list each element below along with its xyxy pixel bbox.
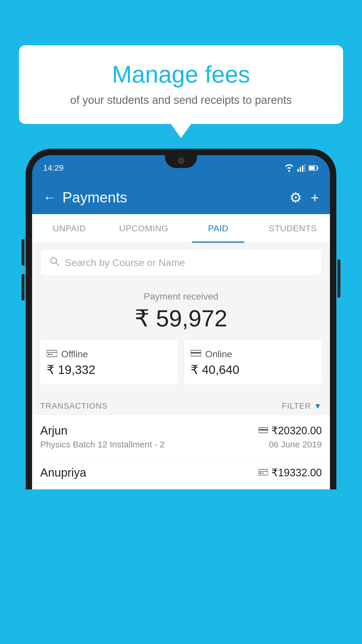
payment-summary: Payment received ₹ 59,972: [32, 282, 330, 395]
speech-bubble-subtitle: of your students and send receipts to pa…: [36, 94, 326, 106]
filter-button[interactable]: FILTER ▼: [282, 401, 322, 411]
transaction-amount: ₹20320.00: [271, 425, 322, 437]
add-icon[interactable]: +: [311, 190, 319, 206]
filter-icon: ▼: [314, 402, 322, 411]
svg-rect-2: [302, 165, 303, 172]
transaction-date: 06 June 2019: [269, 440, 322, 449]
speech-bubble-container: Manage fees of your students and send re…: [19, 45, 343, 124]
header-left: ← Payments: [43, 189, 127, 206]
online-amount: ₹ 40,640: [191, 363, 315, 377]
volume-up-button: [22, 239, 24, 265]
speech-bubble-title: Manage fees: [36, 61, 326, 88]
tab-upcoming[interactable]: UPCOMING: [107, 214, 181, 243]
search-bar[interactable]: Search by Course or Name: [40, 249, 322, 276]
transaction-amount-wrap: ₹19332.00: [259, 467, 322, 479]
status-time: 14:29: [43, 163, 64, 173]
transaction-amount-wrap: ₹20320.00: [259, 425, 322, 437]
transaction-row[interactable]: Anupriya ₹19332.00: [32, 457, 330, 489]
svg-rect-9: [47, 350, 57, 357]
svg-rect-11: [48, 354, 50, 355]
svg-rect-14: [191, 352, 201, 354]
signal-icon: [297, 164, 305, 172]
svg-line-8: [56, 262, 59, 266]
svg-rect-12: [51, 354, 52, 355]
transactions-header: TRANSACTIONS FILTER ▼: [32, 395, 330, 415]
payment-total-amount: ₹ 59,972: [40, 305, 322, 332]
offline-amount: ₹ 19,332: [47, 363, 171, 377]
online-card-header: Online: [191, 349, 315, 360]
search-icon: [49, 256, 60, 269]
transaction-amount: ₹19332.00: [271, 467, 322, 479]
tab-unpaid[interactable]: UNPAID: [32, 214, 107, 243]
transaction-top: Anupriya ₹19332.00: [40, 466, 322, 479]
phone-mockup: 14:29: [26, 149, 336, 644]
payment-received-label: Payment received: [40, 291, 322, 302]
transaction-bottom: Physics Batch 12 Installment - 2 06 June…: [40, 440, 322, 449]
speech-bubble: Manage fees of your students and send re…: [19, 45, 343, 124]
transaction-course: Physics Batch 12 Installment - 2: [40, 440, 165, 449]
svg-rect-20: [262, 473, 263, 474]
app-header: ← Payments ⚙ +: [32, 181, 330, 214]
settings-icon[interactable]: ⚙: [289, 189, 302, 206]
status-icons: [284, 164, 319, 172]
svg-rect-5: [317, 167, 318, 169]
tab-students[interactable]: STUDENTS: [256, 214, 330, 243]
filter-label: FILTER: [282, 401, 311, 411]
svg-rect-19: [259, 473, 261, 474]
svg-rect-1: [300, 167, 301, 172]
status-bar: 14:29: [32, 155, 330, 181]
transaction-name: Anupriya: [40, 466, 86, 479]
svg-rect-0: [297, 169, 299, 172]
transaction-top: Arjun ₹20320.00: [40, 424, 322, 437]
search-container: Search by Course or Name: [32, 243, 330, 282]
offline-label: Offline: [61, 349, 88, 360]
transactions-label: TRANSACTIONS: [40, 401, 108, 411]
online-payment-icon: [191, 349, 201, 360]
payment-cards: Offline ₹ 19,332 Online: [40, 340, 322, 384]
tabs-container: UNPAID UPCOMING PAID STUDENTS: [32, 214, 330, 243]
volume-down-button: [22, 274, 24, 300]
search-input[interactable]: Search by Course or Name: [65, 257, 185, 268]
phone-outer: 14:29: [26, 149, 336, 489]
header-title: Payments: [62, 189, 127, 206]
transaction-name: Arjun: [40, 424, 67, 437]
header-right: ⚙ +: [289, 189, 319, 206]
notch-cutout: [165, 155, 197, 168]
svg-rect-3: [304, 164, 305, 172]
power-button: [338, 260, 340, 298]
transaction-row[interactable]: Arjun ₹20320.00 Physics Batch 12 Install…: [32, 415, 330, 457]
offline-card-header: Offline: [47, 349, 171, 360]
wifi-icon: [284, 164, 294, 172]
offline-card: Offline ₹ 19,332: [40, 340, 178, 384]
tab-paid[interactable]: PAID: [181, 214, 256, 243]
svg-rect-17: [259, 469, 268, 475]
svg-rect-6: [309, 166, 315, 170]
offline-payment-icon2: [259, 468, 268, 477]
battery-icon: [308, 165, 319, 171]
card-payment-icon: [259, 426, 268, 435]
front-camera: [178, 158, 184, 164]
offline-payment-icon: [47, 349, 57, 360]
online-label: Online: [205, 349, 232, 360]
svg-rect-16: [259, 429, 268, 430]
online-card: Online ₹ 40,640: [184, 340, 322, 384]
back-button[interactable]: ←: [43, 190, 56, 205]
